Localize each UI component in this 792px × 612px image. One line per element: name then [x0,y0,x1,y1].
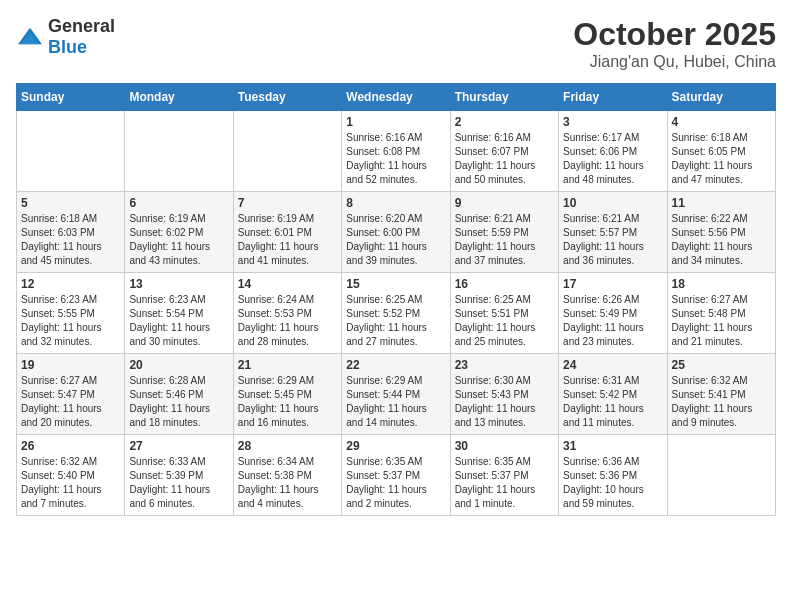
table-row: 28Sunrise: 6:34 AM Sunset: 5:38 PM Dayli… [233,435,341,516]
page-header: General Blue October 2025 Jiang'an Qu, H… [16,16,776,71]
day-number: 30 [455,439,554,453]
calendar-week-row: 1Sunrise: 6:16 AM Sunset: 6:08 PM Daylig… [17,111,776,192]
table-row: 9Sunrise: 6:21 AM Sunset: 5:59 PM Daylig… [450,192,558,273]
day-info: Sunrise: 6:21 AM Sunset: 5:59 PM Dayligh… [455,212,554,268]
col-sunday: Sunday [17,84,125,111]
day-number: 11 [672,196,771,210]
day-info: Sunrise: 6:32 AM Sunset: 5:40 PM Dayligh… [21,455,120,511]
table-row: 15Sunrise: 6:25 AM Sunset: 5:52 PM Dayli… [342,273,450,354]
day-info: Sunrise: 6:30 AM Sunset: 5:43 PM Dayligh… [455,374,554,430]
table-row: 31Sunrise: 6:36 AM Sunset: 5:36 PM Dayli… [559,435,667,516]
table-row: 16Sunrise: 6:25 AM Sunset: 5:51 PM Dayli… [450,273,558,354]
day-info: Sunrise: 6:23 AM Sunset: 5:54 PM Dayligh… [129,293,228,349]
day-info: Sunrise: 6:33 AM Sunset: 5:39 PM Dayligh… [129,455,228,511]
day-number: 23 [455,358,554,372]
table-row: 13Sunrise: 6:23 AM Sunset: 5:54 PM Dayli… [125,273,233,354]
day-number: 1 [346,115,445,129]
day-number: 27 [129,439,228,453]
day-info: Sunrise: 6:19 AM Sunset: 6:01 PM Dayligh… [238,212,337,268]
day-number: 9 [455,196,554,210]
day-info: Sunrise: 6:34 AM Sunset: 5:38 PM Dayligh… [238,455,337,511]
table-row: 4Sunrise: 6:18 AM Sunset: 6:05 PM Daylig… [667,111,775,192]
day-info: Sunrise: 6:26 AM Sunset: 5:49 PM Dayligh… [563,293,662,349]
col-wednesday: Wednesday [342,84,450,111]
day-info: Sunrise: 6:18 AM Sunset: 6:05 PM Dayligh… [672,131,771,187]
day-number: 19 [21,358,120,372]
table-row: 7Sunrise: 6:19 AM Sunset: 6:01 PM Daylig… [233,192,341,273]
day-info: Sunrise: 6:24 AM Sunset: 5:53 PM Dayligh… [238,293,337,349]
day-info: Sunrise: 6:28 AM Sunset: 5:46 PM Dayligh… [129,374,228,430]
day-number: 6 [129,196,228,210]
table-row: 23Sunrise: 6:30 AM Sunset: 5:43 PM Dayli… [450,354,558,435]
day-info: Sunrise: 6:31 AM Sunset: 5:42 PM Dayligh… [563,374,662,430]
day-number: 31 [563,439,662,453]
table-row: 17Sunrise: 6:26 AM Sunset: 5:49 PM Dayli… [559,273,667,354]
day-number: 16 [455,277,554,291]
day-info: Sunrise: 6:27 AM Sunset: 5:48 PM Dayligh… [672,293,771,349]
table-row: 2Sunrise: 6:16 AM Sunset: 6:07 PM Daylig… [450,111,558,192]
table-row: 19Sunrise: 6:27 AM Sunset: 5:47 PM Dayli… [17,354,125,435]
day-info: Sunrise: 6:25 AM Sunset: 5:52 PM Dayligh… [346,293,445,349]
calendar-table: Sunday Monday Tuesday Wednesday Thursday… [16,83,776,516]
table-row: 27Sunrise: 6:33 AM Sunset: 5:39 PM Dayli… [125,435,233,516]
calendar-week-row: 26Sunrise: 6:32 AM Sunset: 5:40 PM Dayli… [17,435,776,516]
table-row: 18Sunrise: 6:27 AM Sunset: 5:48 PM Dayli… [667,273,775,354]
col-thursday: Thursday [450,84,558,111]
table-row: 29Sunrise: 6:35 AM Sunset: 5:37 PM Dayli… [342,435,450,516]
table-row [233,111,341,192]
day-number: 10 [563,196,662,210]
table-row [667,435,775,516]
day-info: Sunrise: 6:19 AM Sunset: 6:02 PM Dayligh… [129,212,228,268]
day-number: 8 [346,196,445,210]
day-number: 14 [238,277,337,291]
day-number: 24 [563,358,662,372]
table-row: 24Sunrise: 6:31 AM Sunset: 5:42 PM Dayli… [559,354,667,435]
logo-text: General Blue [48,16,115,58]
day-info: Sunrise: 6:25 AM Sunset: 5:51 PM Dayligh… [455,293,554,349]
day-info: Sunrise: 6:21 AM Sunset: 5:57 PM Dayligh… [563,212,662,268]
table-row [125,111,233,192]
title-area: October 2025 Jiang'an Qu, Hubei, China [573,16,776,71]
calendar-week-row: 12Sunrise: 6:23 AM Sunset: 5:55 PM Dayli… [17,273,776,354]
month-title: October 2025 [573,16,776,53]
table-row: 8Sunrise: 6:20 AM Sunset: 6:00 PM Daylig… [342,192,450,273]
day-number: 25 [672,358,771,372]
day-number: 26 [21,439,120,453]
day-info: Sunrise: 6:35 AM Sunset: 5:37 PM Dayligh… [455,455,554,511]
day-number: 18 [672,277,771,291]
calendar-week-row: 19Sunrise: 6:27 AM Sunset: 5:47 PM Dayli… [17,354,776,435]
col-saturday: Saturday [667,84,775,111]
day-number: 5 [21,196,120,210]
table-row: 21Sunrise: 6:29 AM Sunset: 5:45 PM Dayli… [233,354,341,435]
location-title: Jiang'an Qu, Hubei, China [573,53,776,71]
logo: General Blue [16,16,115,58]
logo-icon [16,26,44,48]
day-info: Sunrise: 6:17 AM Sunset: 6:06 PM Dayligh… [563,131,662,187]
day-info: Sunrise: 6:35 AM Sunset: 5:37 PM Dayligh… [346,455,445,511]
day-info: Sunrise: 6:27 AM Sunset: 5:47 PM Dayligh… [21,374,120,430]
day-info: Sunrise: 6:23 AM Sunset: 5:55 PM Dayligh… [21,293,120,349]
day-number: 15 [346,277,445,291]
table-row: 25Sunrise: 6:32 AM Sunset: 5:41 PM Dayli… [667,354,775,435]
table-row: 30Sunrise: 6:35 AM Sunset: 5:37 PM Dayli… [450,435,558,516]
day-number: 29 [346,439,445,453]
day-number: 4 [672,115,771,129]
day-info: Sunrise: 6:22 AM Sunset: 5:56 PM Dayligh… [672,212,771,268]
logo-general: General [48,16,115,36]
table-row: 12Sunrise: 6:23 AM Sunset: 5:55 PM Dayli… [17,273,125,354]
col-friday: Friday [559,84,667,111]
day-info: Sunrise: 6:16 AM Sunset: 6:07 PM Dayligh… [455,131,554,187]
day-number: 7 [238,196,337,210]
day-number: 21 [238,358,337,372]
table-row: 10Sunrise: 6:21 AM Sunset: 5:57 PM Dayli… [559,192,667,273]
day-number: 2 [455,115,554,129]
day-info: Sunrise: 6:29 AM Sunset: 5:45 PM Dayligh… [238,374,337,430]
day-info: Sunrise: 6:29 AM Sunset: 5:44 PM Dayligh… [346,374,445,430]
calendar-header-row: Sunday Monday Tuesday Wednesday Thursday… [17,84,776,111]
col-monday: Monday [125,84,233,111]
day-info: Sunrise: 6:18 AM Sunset: 6:03 PM Dayligh… [21,212,120,268]
table-row: 22Sunrise: 6:29 AM Sunset: 5:44 PM Dayli… [342,354,450,435]
day-info: Sunrise: 6:16 AM Sunset: 6:08 PM Dayligh… [346,131,445,187]
table-row [17,111,125,192]
day-number: 28 [238,439,337,453]
